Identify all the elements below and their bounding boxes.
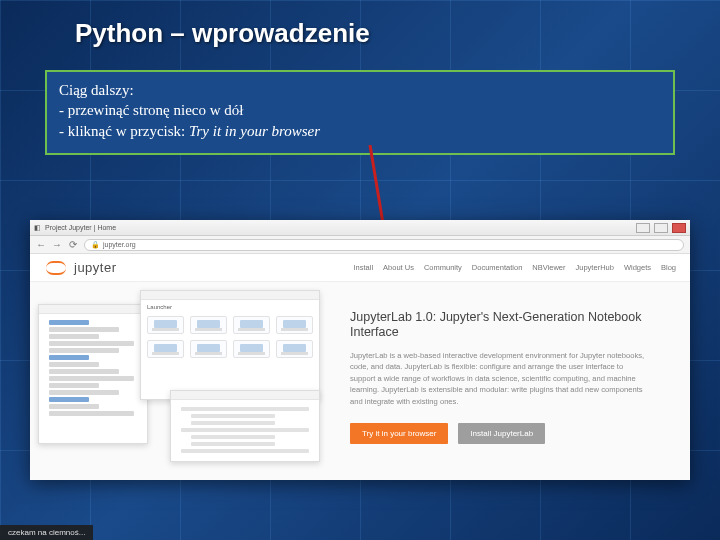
content-headline: JupyterLab 1.0: Jupyter's Next-Generatio…	[350, 310, 664, 340]
jupyter-logo-text: jupyter	[74, 260, 117, 275]
nav-install[interactable]: Install	[353, 263, 373, 272]
nav-widgets[interactable]: Widgets	[624, 263, 651, 272]
nav-about[interactable]: About Us	[383, 263, 414, 272]
nav-reload-icon[interactable]: ⟳	[68, 240, 78, 250]
window-titlebar: ◧ Project Jupyter | Home	[30, 220, 690, 236]
thumb-launcher: Launcher	[140, 290, 320, 400]
url-input[interactable]: 🔒 jupyter.org	[84, 239, 684, 251]
url-text: jupyter.org	[103, 241, 136, 248]
launcher-tile	[147, 340, 184, 358]
launcher-tile	[233, 316, 270, 334]
jupyter-logo[interactable]: jupyter	[44, 260, 117, 275]
site-header: jupyter Install About Us Community Docum…	[30, 254, 690, 282]
thumb-file-browser	[38, 304, 148, 444]
taskbar-hint: czekam na ciemnoś...	[0, 525, 93, 540]
nav-back-icon[interactable]: ←	[36, 240, 46, 250]
lock-icon: 🔒	[91, 241, 100, 249]
cta-row: Try it in your browser Install JupyterLa…	[350, 423, 664, 444]
thumb-notebook	[170, 390, 320, 462]
instruction-heading: Ciąg dalszy:	[59, 80, 661, 100]
nav-nbviewer[interactable]: NBViewer	[532, 263, 565, 272]
slide-title: Python – wprowadzenie	[75, 18, 370, 49]
window-maximize-button[interactable]	[654, 223, 668, 233]
tab-favicon-icon: ◧	[34, 224, 41, 232]
nav-blog[interactable]: Blog	[661, 263, 676, 272]
content-paragraph: JupyterLab is a web-based interactive de…	[350, 350, 650, 407]
nav-community[interactable]: Community	[424, 263, 462, 272]
instruction-line-1: - przewinąć stronę nieco w dół	[59, 100, 661, 120]
install-jupyterlab-button[interactable]: Install JupyterLab	[458, 423, 545, 444]
launcher-tile	[276, 316, 313, 334]
thumb-launcher-title: Launcher	[141, 300, 319, 310]
jupyter-logo-icon	[44, 261, 70, 275]
nav-forward-icon[interactable]: →	[52, 240, 62, 250]
address-bar: ← → ⟳ 🔒 jupyter.org	[30, 236, 690, 254]
instruction-box: Ciąg dalszy: - przewinąć stronę nieco w …	[45, 70, 675, 155]
launcher-tile	[147, 316, 184, 334]
content-column: JupyterLab 1.0: Jupyter's Next-Generatio…	[340, 282, 690, 480]
thumbnail-cluster: Launcher	[30, 282, 340, 480]
browser-screenshot: ◧ Project Jupyter | Home ← → ⟳ 🔒 jupyter…	[30, 220, 690, 480]
window-close-button[interactable]	[672, 223, 686, 233]
launcher-tile	[233, 340, 270, 358]
nav-documentation[interactable]: Documentation	[472, 263, 522, 272]
site-body: Launcher	[30, 282, 690, 480]
instruction-line-2: - kliknąć w przycisk: Try it in your bro…	[59, 121, 661, 141]
window-title: Project Jupyter | Home	[45, 224, 116, 231]
window-minimize-button[interactable]	[636, 223, 650, 233]
launcher-tile	[190, 316, 227, 334]
site-nav: Install About Us Community Documentation…	[353, 263, 676, 272]
nav-jupyterhub[interactable]: JupyterHub	[576, 263, 614, 272]
launcher-tile	[276, 340, 313, 358]
try-in-browser-button[interactable]: Try it in your browser	[350, 423, 448, 444]
launcher-tile	[190, 340, 227, 358]
